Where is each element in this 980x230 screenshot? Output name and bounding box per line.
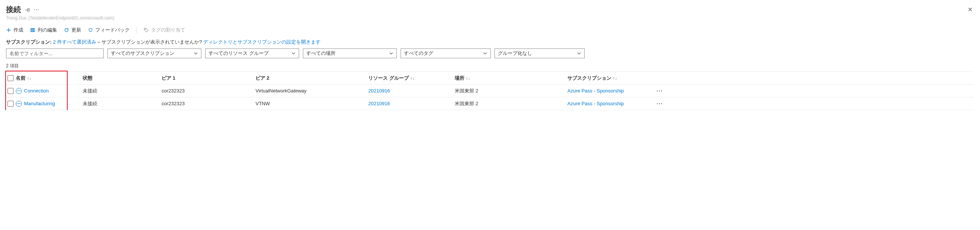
name-filter-input[interactable]: [6, 48, 104, 58]
header: 接続 ⋯ ✕: [6, 3, 974, 15]
col-status[interactable]: 状態: [83, 75, 162, 81]
chevron-down-icon: [389, 51, 393, 56]
more-icon[interactable]: ⋯: [34, 7, 39, 13]
sort-icon: ↑↓: [613, 76, 617, 80]
breadcrumb: Trong Duc (TestdefenderEndpoint01.onmicr…: [6, 15, 974, 24]
name-filter-field[interactable]: [10, 51, 100, 56]
subscription-line: サブスクリプション: 2 件すべて選択済み – サブスクリプションが表示されてい…: [6, 37, 974, 48]
resource-group-filter-label: すべてのリソース グループ: [208, 50, 269, 57]
connection-icon: [16, 88, 22, 94]
chevron-down-icon: [291, 51, 296, 56]
col-name-label: 名前: [16, 75, 25, 81]
cell-name: Manufacturing: [8, 101, 83, 107]
col-resource-group[interactable]: リソース グループ↑↓: [368, 75, 455, 81]
row-more-button[interactable]: ···: [654, 88, 669, 94]
edit-columns-button[interactable]: 列の編集: [30, 27, 57, 34]
sub-settings-link[interactable]: ディレクトリとサブスクリプションの設定を開きます: [203, 39, 321, 45]
connection-icon: [16, 101, 22, 107]
table-row: Manufacturing 未接続 cor232323 VTNW 2021091…: [6, 97, 974, 110]
plus-icon: [6, 27, 11, 33]
cell-location: 米国東部 2: [455, 88, 567, 94]
cell-location: 米国東部 2: [455, 101, 567, 107]
cell-subscription: Azure Pass - Sponsorship: [567, 88, 654, 94]
col-location[interactable]: 場所↑↓: [455, 75, 567, 81]
cell-resource-group: 20210916: [368, 88, 455, 94]
close-icon[interactable]: ✕: [967, 6, 974, 13]
cell-status: 未接続: [83, 88, 162, 94]
svg-point-3: [145, 29, 146, 30]
assign-tag-button: タグの割り当て: [143, 27, 185, 34]
columns-icon: [30, 27, 35, 33]
cell-peer1: cor232323: [162, 88, 256, 94]
resource-group-filter[interactable]: すべてのリソース グループ: [205, 48, 299, 58]
toolbar-divider: [137, 27, 137, 34]
sub-mid-text: – サブスクリプションが表示されていませんか?: [97, 39, 203, 45]
chevron-down-icon: [577, 51, 581, 56]
row-name-link[interactable]: Manufacturing: [24, 101, 55, 106]
tag-icon: [143, 27, 149, 33]
svg-rect-1: [32, 29, 33, 32]
refresh-label: 更新: [72, 27, 81, 34]
grouping-filter[interactable]: グループ化なし: [495, 48, 585, 58]
toolbar: 作成 列の編集 更新 フィードバック タグの割り当て: [6, 24, 974, 37]
pin-icon[interactable]: [25, 7, 30, 13]
refresh-icon: [64, 27, 69, 33]
tag-filter-label: すべてのタグ: [404, 50, 433, 57]
chevron-down-icon: [194, 51, 198, 56]
select-all-checkbox[interactable]: [8, 75, 14, 81]
svg-rect-0: [31, 29, 32, 32]
subscription-filter[interactable]: すべてのサブスクリプション: [107, 48, 201, 58]
edit-columns-label: 列の編集: [38, 27, 57, 34]
col-peer1[interactable]: ピア 1: [162, 75, 256, 81]
refresh-button[interactable]: 更新: [64, 27, 81, 34]
cell-peer2: VTNW: [256, 101, 368, 106]
cell-peer2: VirtualNetworkGateway: [256, 88, 368, 94]
create-label: 作成: [14, 27, 23, 34]
col-peer2[interactable]: ピア 2: [256, 75, 368, 81]
feedback-label: フィードバック: [95, 27, 130, 34]
assign-tag-label: タグの割り当て: [151, 27, 185, 34]
svg-rect-2: [34, 29, 35, 32]
chevron-down-icon: [483, 51, 487, 56]
subscription-filter-label: すべてのサブスクリプション: [111, 50, 174, 57]
tag-filter[interactable]: すべてのタグ: [401, 48, 491, 58]
cell-resource-group: 20210916: [368, 101, 455, 106]
col-name[interactable]: 名前↑↓: [8, 75, 83, 81]
cell-peer1: cor232323: [162, 101, 256, 106]
table-row: Connection 未接続 cor232323 VirtualNetworkG…: [6, 84, 974, 97]
cell-name: Connection: [8, 88, 83, 94]
grouping-filter-label: グループ化なし: [498, 50, 532, 57]
table-header: 名前↑↓ 状態 ピア 1 ピア 2 リソース グループ↑↓ 場所↑↓ サブスクリ…: [6, 72, 974, 84]
row-checkbox[interactable]: [8, 101, 14, 107]
create-button[interactable]: 作成: [6, 27, 23, 34]
location-filter[interactable]: すべての場所: [303, 48, 397, 58]
col-subscription[interactable]: サブスクリプション↑↓: [567, 75, 654, 81]
page-title: 接続: [6, 5, 21, 14]
feedback-button[interactable]: フィードバック: [88, 27, 130, 34]
cell-subscription: Azure Pass - Sponsorship: [567, 101, 654, 106]
row-name-link[interactable]: Connection: [24, 88, 49, 94]
row-more-button[interactable]: ···: [654, 101, 669, 106]
sub-selected-link[interactable]: 2 件すべて選択済み: [53, 39, 96, 45]
filter-bar: すべてのサブスクリプション すべてのリソース グループ すべての場所 すべてのタ…: [6, 48, 974, 61]
heart-icon: [88, 27, 93, 33]
location-filter-label: すべての場所: [306, 50, 336, 57]
sort-icon: ↑↓: [466, 76, 470, 80]
row-checkbox[interactable]: [8, 88, 14, 94]
item-count: 2 項目: [6, 61, 974, 72]
table: 名前↑↓ 状態 ピア 1 ピア 2 リソース グループ↑↓ 場所↑↓ サブスクリ…: [6, 72, 974, 110]
sort-icon: ↑↓: [27, 76, 31, 80]
sort-icon: ↑↓: [410, 76, 414, 80]
sub-label: サブスクリプション:: [6, 39, 51, 45]
cell-status: 未接続: [83, 101, 162, 107]
